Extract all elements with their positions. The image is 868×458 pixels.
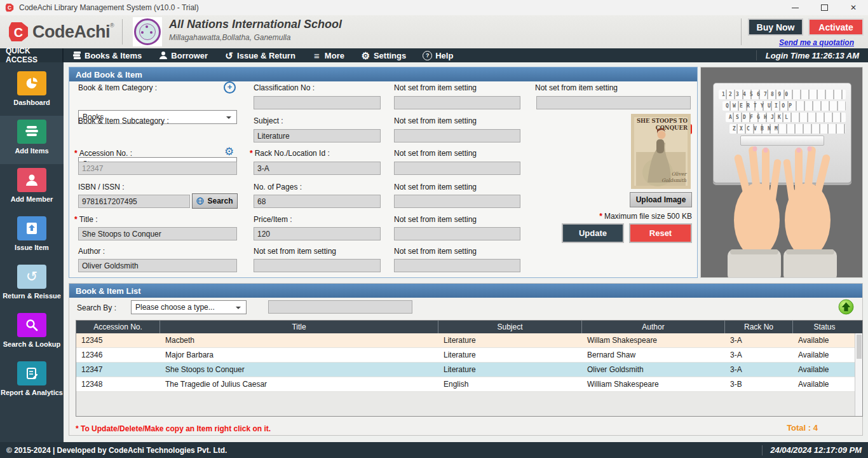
search-by-label: Search By : xyxy=(77,303,116,312)
school-name: All Nations International School xyxy=(169,18,342,31)
price-input[interactable] xyxy=(254,227,381,240)
sidebar-label: Dashboard xyxy=(0,99,64,106)
isbn-label: ISBN / ISSN : xyxy=(78,183,125,191)
search-value-input[interactable] xyxy=(268,300,412,314)
custom-field-label: Not set from item setting xyxy=(394,83,477,92)
sidebar-item-report-analytics[interactable]: Report & Analytics xyxy=(0,357,64,406)
table-row[interactable]: 12345 Macbeth Literature Willam Shakespe… xyxy=(76,333,862,348)
person-icon xyxy=(158,51,168,60)
custom-field-label: Not set from item setting xyxy=(254,247,336,256)
col-rack: Rack No xyxy=(725,321,793,333)
sidebar-item-return-reissue[interactable]: ↺ Return & Reissue xyxy=(0,261,64,309)
scrollbar-thumb[interactable] xyxy=(857,335,862,359)
book-item-list-panel: Book & Item List Search By : Please choo… xyxy=(69,283,863,436)
activate-button[interactable]: Activate xyxy=(808,18,864,36)
accession-input[interactable] xyxy=(78,162,237,175)
title-input[interactable] xyxy=(78,227,237,240)
sidebar-item-add-member[interactable]: Add Member xyxy=(0,164,64,212)
author-input[interactable] xyxy=(78,259,237,272)
sidebar-label: Issue Item xyxy=(0,244,64,251)
custom-field-input[interactable] xyxy=(536,96,691,109)
main-menu: Books & Items Borrower ↺ Issue & Return … xyxy=(64,48,461,62)
add-category-icon[interactable]: + xyxy=(224,81,236,94)
subject-input[interactable] xyxy=(254,129,381,142)
panel-title: Book & Item List xyxy=(69,284,862,298)
status-badge: Available xyxy=(793,380,856,389)
sidebar-label: Search & Lookup xyxy=(0,340,64,348)
price-label: Price/Item : xyxy=(254,215,292,224)
custom-field-input[interactable] xyxy=(394,96,520,109)
table-row[interactable]: 12348 The Tragedie of Julius Caesar Engl… xyxy=(76,377,862,392)
isbn-input[interactable] xyxy=(78,195,190,208)
menu-help[interactable]: ? Help xyxy=(414,48,461,62)
menu-books-items[interactable]: Books & Items xyxy=(64,48,150,62)
sidebar-label: Add Member xyxy=(0,195,64,203)
right-click-note: * To Update/Delete/Make copy an Item rig… xyxy=(76,424,271,433)
update-button[interactable]: Update xyxy=(562,223,624,243)
scroll-top-button[interactable] xyxy=(838,299,854,315)
custom-field-label: Not set from item setting xyxy=(394,116,477,125)
upload-image-button[interactable]: Upload Image xyxy=(630,192,692,207)
custom-field-input[interactable] xyxy=(394,227,520,240)
menu-label: Help xyxy=(435,51,453,60)
quotation-link[interactable]: Send me a quotation xyxy=(779,38,854,47)
col-status: Status xyxy=(793,321,856,333)
sidebar: Dashboard Add Items Add Member Issue Ite… xyxy=(0,62,64,442)
custom-field-input[interactable] xyxy=(394,195,520,208)
classification-input[interactable] xyxy=(254,96,381,109)
category-label: Book & Item Category : xyxy=(78,83,157,92)
minimize-button[interactable] xyxy=(780,0,810,15)
menu-label: More xyxy=(325,51,344,60)
window-title: CodeAchi Library Management System (v10.… xyxy=(19,3,199,12)
hamburger-icon: ≡ xyxy=(312,51,322,60)
custom-field-input[interactable] xyxy=(394,162,520,175)
school-emblem-icon xyxy=(134,18,161,45)
svg-text:C: C xyxy=(14,25,23,39)
brand-name: CodeAchi xyxy=(32,22,110,42)
svg-text:SHE STOOPS TO: SHE STOOPS TO xyxy=(637,118,688,124)
menubar: QUICK ACCESS Books & Items Borrower ↺ Is… xyxy=(0,48,868,62)
separator xyxy=(762,445,763,455)
dashboard-icon xyxy=(17,71,46,95)
custom-field-label: Not set from item setting xyxy=(394,149,477,158)
title-label: *Title : xyxy=(74,215,98,224)
isbn-search-button[interactable]: Search xyxy=(192,193,238,209)
sidebar-item-add-items[interactable]: Add Items xyxy=(0,116,64,164)
menu-label: Books & Items xyxy=(85,51,142,60)
close-button[interactable]: ✕ xyxy=(839,0,868,15)
app-window: C CodeAchi Library Management System (v1… xyxy=(0,0,868,458)
custom-field-input[interactable] xyxy=(254,259,381,272)
pages-input[interactable] xyxy=(254,195,381,208)
menu-more[interactable]: ≡ More xyxy=(304,48,353,62)
table-row[interactable]: 12346 Major Barbara Literature Bernard S… xyxy=(76,348,862,363)
buy-now-button[interactable]: Buy Now xyxy=(748,18,803,36)
maximize-button[interactable] xyxy=(810,0,839,15)
author-label: Author : xyxy=(78,247,105,256)
custom-field-label: Not set from item setting xyxy=(394,183,477,191)
custom-field-input[interactable] xyxy=(394,259,520,272)
rack-input[interactable] xyxy=(254,162,381,175)
menu-issue-return[interactable]: ↺ Issue & Return xyxy=(216,48,304,62)
status-badge: Available xyxy=(793,350,856,359)
school-logo xyxy=(133,17,162,46)
school-address: Millagahawatta,Bollatha, Ganemulla xyxy=(169,33,342,42)
custom-field-input[interactable] xyxy=(394,129,520,142)
menu-borrower[interactable]: Borrower xyxy=(150,48,216,62)
books-icon xyxy=(72,51,81,60)
table-row-selected[interactable]: 12347 She Stoops to Conquer Literature O… xyxy=(76,363,862,377)
header-divider-right xyxy=(741,18,742,45)
codeachi-logo-icon: C xyxy=(8,21,29,43)
table-scrollbar[interactable] xyxy=(855,333,862,416)
sidebar-item-dashboard[interactable]: Dashboard xyxy=(0,67,64,116)
panel-title: Add Book & Item xyxy=(69,67,697,81)
sidebar-item-issue-item[interactable]: Issue Item xyxy=(0,212,64,261)
accession-settings-gear-icon[interactable]: ⚙ xyxy=(224,146,234,157)
reset-button[interactable]: Reset xyxy=(629,223,692,243)
col-author: Author xyxy=(582,321,725,333)
book-item-table: Accession No. Title Subject Author Rack … xyxy=(76,320,863,417)
menu-settings[interactable]: ⚙ Settings xyxy=(353,48,414,62)
search-type-select[interactable]: Please choose a type... xyxy=(131,300,247,314)
sidebar-item-search-lookup[interactable]: Search & Lookup xyxy=(0,309,64,357)
status-bar: © 2015-2024 | Developed by CodeAchi Tech… xyxy=(0,442,868,458)
add-book-item-panel: Add Book & Item Book & Item Category : +… xyxy=(69,67,698,278)
